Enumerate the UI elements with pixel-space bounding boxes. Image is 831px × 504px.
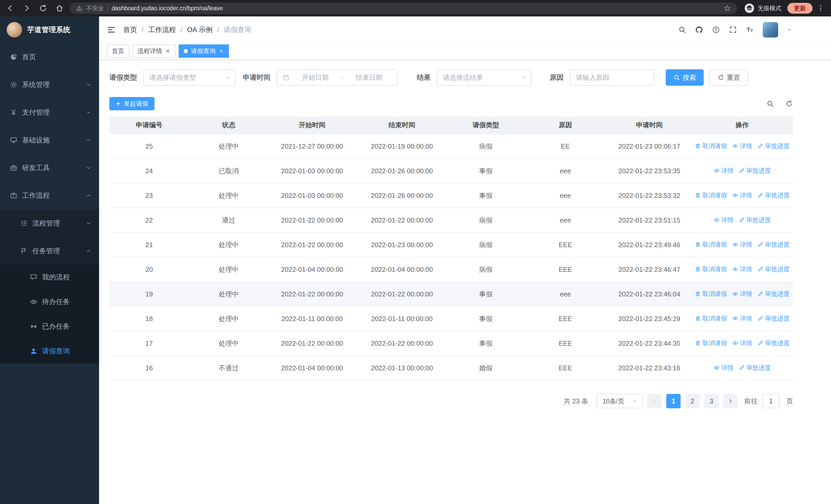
collapse-sidebar-icon[interactable] [107,25,116,34]
sidebar-item-infrastructure[interactable]: 基础设施 [0,126,99,154]
trash [695,241,701,248]
breadcrumb-item[interactable]: 工作流程 [148,25,176,34]
leave-type-label: 请假类型 [109,73,137,82]
table-refresh-icon[interactable] [785,100,793,108]
approval-progress-link[interactable]: 审批进度 [739,216,771,224]
result-select[interactable]: 请选择流结果 [437,69,531,86]
table-row: 16不通过2022-01-04 00:00:002022-01-13 00:00… [109,356,793,380]
cell-end_time: 2022-01-19 00:00:00 [356,134,448,158]
leave-type-select[interactable]: 请选择请假类型 [143,69,236,86]
approval-progress-link[interactable]: 审批进度 [739,364,771,372]
breadcrumb-item[interactable]: OA 示例 [187,25,212,34]
approval-progress-link[interactable]: 审批进度 [757,191,790,199]
approval-progress-link[interactable]: 审批进度 [757,314,790,323]
tab-leave-query[interactable]: 请假查询 [179,45,229,58]
approval-progress-link[interactable]: 审批进度 [757,290,790,298]
github-icon[interactable] [695,26,703,34]
table-search-icon[interactable] [766,100,774,108]
detail-link[interactable]: 详情 [713,364,734,372]
cell-ops: 详情审批进度 [691,158,793,183]
cell-leave_type: 事假 [448,158,523,183]
detail-link[interactable]: 详情 [732,142,752,150]
sidebar-item-devtools[interactable]: 研发工具 [0,154,99,182]
cancel-leave-link[interactable]: 取消请假 [695,314,727,323]
address-bar[interactable]: 不安全 dashboard.yudao.iocoder.cn/bpm/oa/le… [70,3,737,14]
font-size-icon[interactable] [746,26,754,34]
approval-progress-link[interactable]: 审批进度 [739,167,771,175]
page-button-3[interactable]: 3 [704,394,719,408]
eye [713,365,720,371]
kebab-menu-icon[interactable] [816,4,825,12]
reload-icon[interactable] [39,4,47,12]
sidebar-item-home[interactable]: 首页 [0,43,99,71]
cancel-leave-link[interactable]: 取消请假 [695,339,727,347]
fullscreen-icon[interactable] [729,26,737,34]
detail-link-label: 详情 [721,167,734,175]
cancel-leave-link[interactable]: 取消请假 [695,191,727,199]
sidebar-item-task-management[interactable]: 任务管理 [0,237,99,265]
pen [757,266,764,272]
search-icon[interactable] [678,26,686,34]
tab-home[interactable]: 首页 [107,45,130,58]
warning-icon [76,5,83,11]
search-button[interactable]: 搜索 [666,69,704,86]
sidebar-item-my-processes[interactable]: 我的流程 [0,265,99,290]
app-logo: 芋道管理系统 [0,17,99,43]
star-icon[interactable] [724,5,731,12]
create-leave-button[interactable]: 发起请假 [109,97,154,110]
page-button-2[interactable]: 2 [685,394,699,408]
cell-apply_id: 17 [109,331,189,356]
detail-link[interactable]: 详情 [732,339,752,347]
reset-button[interactable]: 重置 [709,69,748,86]
close-icon[interactable] [165,49,170,54]
approval-progress-link[interactable]: 审批进度 [757,142,790,150]
next-page-button[interactable] [723,394,738,408]
detail-link[interactable]: 详情 [732,191,752,199]
approval-progress-link[interactable]: 审批进度 [757,339,790,347]
detail-link[interactable]: 详情 [713,216,734,224]
close-icon[interactable] [219,49,224,54]
goto-page-input[interactable] [762,394,780,408]
plus-icon [115,101,121,107]
page-buttons: 123 [666,394,719,408]
cancel-leave-link[interactable]: 取消请假 [695,240,727,249]
approval-progress-link[interactable]: 审批进度 [757,240,790,249]
sidebar-item-leave-query[interactable]: 请假查询 [0,339,99,363]
sidebar-item-payment[interactable]: 支付管理 [0,98,99,126]
sidebar-item-todo-tasks[interactable]: 待办任务 [0,290,99,314]
cell-start_time: 2022-01-03 00:00:00 [268,183,356,208]
prev-page-button[interactable] [647,394,662,408]
reason-input[interactable] [570,69,654,86]
page-button-1[interactable]: 1 [666,394,681,408]
update-button[interactable]: 更新 [787,3,812,13]
apply-time-range-picker[interactable]: 开始日期 - 结束日期 [277,69,397,86]
forward-icon[interactable] [23,4,31,12]
detail-link[interactable]: 详情 [732,290,752,298]
cancel-leave-link[interactable]: 取消请假 [695,290,727,298]
caret-down-icon[interactable] [787,27,792,32]
sidebar-item-system[interactable]: 系统管理 [0,71,99,98]
cancel-leave-link[interactable]: 取消请假 [695,265,727,273]
home-icon[interactable] [55,4,64,12]
content: 请假类型 请选择请假类型 申请时间 开始日期 - 结束日期 结果 请选择流 [99,60,831,504]
page-size-select[interactable]: 10条/页 [596,394,642,408]
approval-progress-link-label: 审批进度 [765,142,790,150]
cancel-leave-link[interactable]: 取消请假 [695,142,727,150]
user-avatar[interactable] [763,22,778,37]
tab-process-detail[interactable]: 流程详情 [133,45,175,58]
breadcrumb-item[interactable]: 首页 [123,25,137,34]
sidebar-item-done-tasks[interactable]: 已办任务 [0,314,99,339]
detail-link[interactable]: 详情 [732,314,752,323]
detail-link[interactable]: 详情 [713,167,734,175]
sidebar-item-workflow[interactable]: 工作流程 [0,182,99,209]
approval-progress-link-label: 审批进度 [765,191,790,199]
cell-apply_id: 16 [109,356,189,380]
column-header-apply_time: 申请时间 [607,117,691,134]
cell-apply_time: 2022-01-22 23:53:35 [607,158,691,183]
sidebar-item-process-management[interactable]: 流程管理 [0,209,99,237]
help-icon[interactable] [712,26,720,34]
back-icon[interactable] [6,4,15,12]
approval-progress-link[interactable]: 审批进度 [757,265,790,273]
detail-link[interactable]: 详情 [732,240,752,249]
detail-link[interactable]: 详情 [732,265,752,273]
